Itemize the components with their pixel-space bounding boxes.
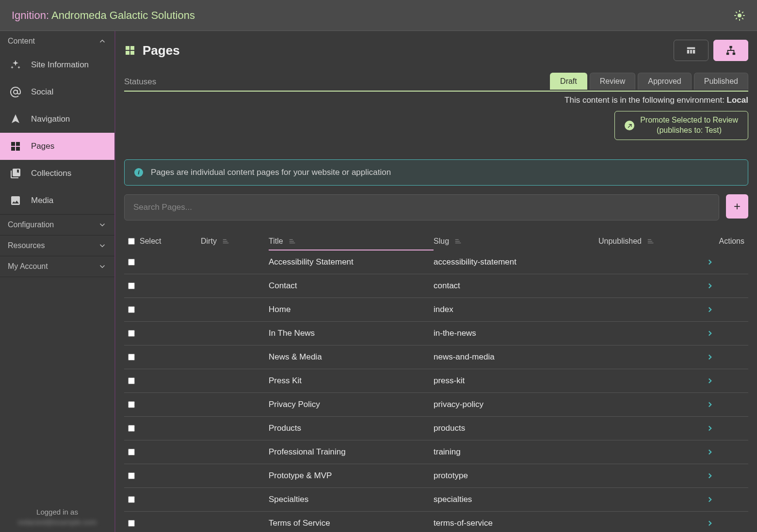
project-label: Andromeda Galactic Solutions (51, 9, 195, 21)
sort-icon (288, 238, 296, 245)
row-action-button[interactable] (706, 258, 744, 266)
row-checkbox[interactable] (128, 520, 135, 527)
sidebar: Content Site Information Social (0, 31, 115, 532)
cell-title: Accessibility Statement (269, 257, 434, 267)
table-row[interactable]: Accessibility Statementaccessibility-sta… (124, 250, 748, 274)
environment-value: Local (727, 95, 748, 105)
page-title-group: Pages (124, 43, 180, 58)
chevron-right-icon (706, 282, 744, 290)
row-action-button[interactable] (706, 495, 744, 504)
pages-icon (10, 141, 21, 152)
row-checkbox[interactable] (128, 377, 135, 384)
column-header-slug[interactable]: Slug (434, 237, 598, 246)
sidebar-item-label: Pages (31, 141, 54, 151)
tree-view-button[interactable] (713, 40, 748, 61)
sort-icon (454, 238, 462, 245)
row-action-button[interactable] (706, 305, 744, 314)
chevron-right-icon (706, 519, 744, 528)
row-checkbox[interactable] (128, 425, 135, 432)
row-checkbox[interactable] (128, 259, 135, 266)
row-checkbox[interactable] (128, 496, 135, 503)
row-checkbox[interactable] (128, 472, 135, 479)
sidebar-item-social[interactable]: Social (0, 78, 114, 106)
sidebar-item-pages[interactable]: Pages (0, 133, 114, 160)
row-checkbox[interactable] (128, 401, 135, 408)
cell-title: Privacy Policy (269, 400, 434, 409)
table-row[interactable]: Contactcontact (124, 274, 748, 298)
column-header-dirty[interactable]: Dirty (201, 237, 269, 246)
cell-slug: terms-of-service (434, 518, 598, 528)
section-label: Resources (8, 241, 45, 250)
table-row[interactable]: Professional Trainingtraining (124, 440, 748, 464)
row-action-button[interactable] (706, 471, 744, 480)
row-action-button[interactable] (706, 400, 744, 409)
sidebar-item-label: Media (31, 196, 53, 205)
search-input[interactable] (124, 194, 719, 220)
table-row[interactable]: Prototype & MVPprototype (124, 464, 748, 488)
column-header-select[interactable]: Select (128, 237, 201, 246)
cell-title: Products (269, 423, 434, 433)
navigation-icon (10, 113, 21, 125)
col-label: Slug (434, 237, 449, 246)
section-label: Configuration (8, 220, 54, 229)
sidebar-section-header-content[interactable]: Content (0, 31, 114, 51)
table-row[interactable]: Terms of Serviceterms-of-service (124, 512, 748, 532)
row-checkbox[interactable] (128, 306, 135, 313)
cell-title: In The News (269, 329, 434, 338)
status-tab-draft[interactable]: Draft (550, 73, 587, 90)
table-row[interactable]: In The Newsin-the-news (124, 322, 748, 345)
table-row[interactable]: Productsproducts (124, 417, 748, 440)
table-row[interactable]: News & Medianews-and-media (124, 345, 748, 369)
table-row[interactable]: Specialtiesspecialties (124, 488, 748, 512)
row-action-button[interactable] (706, 282, 744, 290)
row-checkbox[interactable] (128, 282, 135, 289)
row-action-button[interactable] (706, 329, 744, 338)
table-row[interactable]: Privacy Policyprivacy-policy (124, 393, 748, 417)
row-action-button[interactable] (706, 376, 744, 385)
cell-slug: products (434, 423, 598, 433)
environment-prefix: This content is in the following environ… (564, 95, 727, 105)
sidebar-item-site-information[interactable]: Site Information (0, 51, 114, 78)
section-label: My Account (8, 262, 48, 271)
collections-icon (10, 168, 21, 179)
table-view-button[interactable] (674, 40, 709, 61)
promote-text: Promote Selected to Review (publishes to… (640, 115, 738, 136)
theme-toggle-button[interactable] (734, 10, 745, 21)
row-action-button[interactable] (706, 519, 744, 528)
add-page-button[interactable]: + (726, 194, 748, 219)
table-icon (686, 45, 696, 56)
row-action-button[interactable] (706, 424, 744, 433)
row-action-button[interactable] (706, 448, 744, 456)
row-action-button[interactable] (706, 353, 744, 361)
sidebar-section-header-resources[interactable]: Resources (0, 235, 114, 256)
sidebar-item-navigation[interactable]: Navigation (0, 106, 114, 133)
table-row[interactable]: Press Kitpress-kit (124, 369, 748, 393)
sidebar-item-label: Navigation (31, 114, 70, 124)
status-tab-review[interactable]: Review (590, 73, 635, 90)
column-header-actions: Actions (706, 237, 744, 246)
promote-button[interactable]: Promote Selected to Review (publishes to… (614, 111, 748, 140)
sidebar-section-header-configuration[interactable]: Configuration (0, 215, 114, 235)
sidebar-section-header-my-account[interactable]: My Account (0, 256, 114, 277)
status-tab-published[interactable]: Published (694, 73, 748, 90)
chevron-down-icon (98, 262, 107, 271)
table-row[interactable]: Homeindex (124, 298, 748, 322)
cell-slug: prototype (434, 471, 598, 481)
row-checkbox[interactable] (128, 330, 135, 337)
cell-title: Specialties (269, 495, 434, 504)
cell-title: Terms of Service (269, 518, 434, 528)
sidebar-item-media[interactable]: Media (0, 187, 114, 214)
sidebar-item-collections[interactable]: Collections (0, 160, 114, 187)
row-checkbox[interactable] (128, 354, 135, 360)
row-checkbox[interactable] (128, 449, 135, 455)
column-header-title[interactable]: Title (269, 237, 434, 250)
at-icon (10, 86, 21, 98)
cell-title: Professional Training (269, 447, 434, 457)
sidebar-item-label: Site Information (31, 60, 89, 70)
status-tab-approved[interactable]: Approved (638, 73, 692, 90)
brand-label: Ignition: (12, 9, 49, 21)
image-icon (10, 195, 21, 206)
column-header-unpublished[interactable]: Unpublished (598, 237, 706, 246)
select-all-checkbox[interactable] (128, 238, 135, 245)
cell-slug: accessibility-statement (434, 257, 598, 267)
